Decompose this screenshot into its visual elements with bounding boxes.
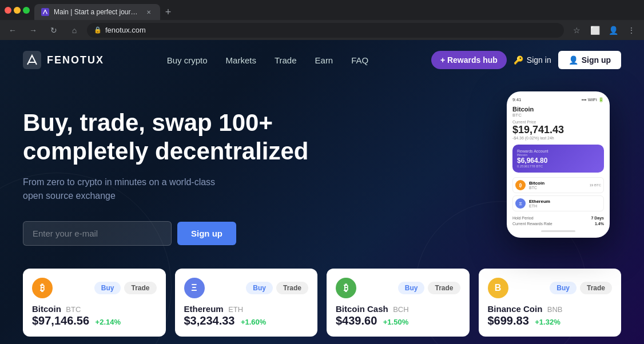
phone-rewards-label: Rewards Account <box>517 149 599 153</box>
rewards-rate-value: 1.4% <box>595 222 604 226</box>
bnb-coin-icon: B <box>488 278 508 298</box>
eth-trade-button[interactable]: Trade <box>276 282 308 294</box>
website-content: FENOTUX Buy crypto Markets Trade Earn FA… <box>0 40 644 344</box>
logo[interactable]: FENOTUX <box>23 51 104 69</box>
phone-coin-ticker: BTC <box>512 113 604 118</box>
reload-button[interactable]: ↻ <box>46 22 62 38</box>
eth-coin-name: Ethereum <box>184 304 224 314</box>
hero-content: Buy, trade, swap 100+ completely decentr… <box>23 97 404 246</box>
card-header-eth: Ξ Buy Trade <box>184 278 309 298</box>
bookmark-button[interactable]: ☆ <box>569 22 585 38</box>
btc-coin-icon: ₿ <box>32 278 53 298</box>
bnb-coin-name: Binance Coin <box>488 304 543 314</box>
hero-form: Sign up <box>23 221 404 246</box>
nav-markets[interactable]: Markets <box>226 55 256 65</box>
bch-coin-symbol: BCH <box>393 305 408 314</box>
tab-title: Main | Start a perfect journey <box>54 8 140 16</box>
crypto-card-eth: Ξ Buy Trade Ethereum ETH $3,234.33 +1.60… <box>175 269 318 337</box>
btc-asset-amount: 19 BTC <box>590 183 601 187</box>
card-header-bnb: B Buy Trade <box>488 278 613 298</box>
phone-coin-name: Bitcoin <box>512 106 604 113</box>
browser-chrome: Main | Start a perfect journey ✕ + ← → ↻… <box>0 0 644 40</box>
crypto-card-bnb: B Buy Trade Binance Coin BNB $699.83 +1.… <box>479 269 622 337</box>
tab-bar: Main | Start a perfect journey ✕ + <box>30 0 181 20</box>
hero-section: Buy, trade, swap 100+ completely decentr… <box>0 80 644 257</box>
phone-details: Hold Period 7 Days Current Rewards Rate … <box>512 216 604 226</box>
extensions-button[interactable]: ⬜ <box>587 22 603 38</box>
phone-mockup-area: 9:41 ▪▪▪ WiFi 🔋 Bitcoin BTC Current Pric… <box>404 97 621 257</box>
email-input[interactable] <box>23 221 172 246</box>
phone-content: Bitcoin BTC Current Price $19,741.43 -$4… <box>512 106 604 232</box>
tab-close-button[interactable]: ✕ <box>144 7 153 17</box>
btc-asset-icon: ₿ <box>515 180 526 190</box>
hero-signup-button[interactable]: Sign up <box>177 222 236 245</box>
phone-status-bar: 9:41 ▪▪▪ WiFi 🔋 <box>512 97 604 102</box>
back-button[interactable]: ← <box>5 22 21 38</box>
logo-text: FENOTUX <box>47 54 104 66</box>
phone-rewards-address: 0.25361778 BTC <box>517 165 599 168</box>
address-bar[interactable]: 🔒 fenotux.com <box>87 23 564 38</box>
hold-period-row: Hold Period 7 Days <box>512 216 604 220</box>
eth-coin-name-row: Ethereum ETH <box>184 304 309 314</box>
new-tab-button[interactable]: + <box>160 4 176 20</box>
eth-card-actions: Buy Trade <box>246 282 308 294</box>
profile-button[interactable]: 👤 <box>605 22 621 38</box>
signin-icon: 🔑 <box>514 55 523 65</box>
nav-buy-crypto[interactable]: Buy crypto <box>167 55 208 65</box>
maximize-window-button[interactable] <box>23 7 30 14</box>
phone-rewards-amount: $6,964.80 <box>517 157 599 165</box>
btc-coin-name-row: Bitcoin BTC <box>32 304 157 314</box>
bch-coin-price: $439.60 <box>336 314 377 327</box>
eth-coin-symbol: ETH <box>228 305 243 314</box>
bnb-coin-price: $699.83 <box>488 314 529 327</box>
btc-buy-button[interactable]: Buy <box>94 282 121 294</box>
phone-mockup: 9:41 ▪▪▪ WiFi 🔋 Bitcoin BTC Current Pric… <box>507 91 610 238</box>
menu-button[interactable]: ⋮ <box>623 22 639 38</box>
signup-button[interactable]: 👤 Sign up <box>558 51 621 69</box>
crypto-card-btc: ₿ Buy Trade Bitcoin BTC $97,146.56 +2.14… <box>23 269 166 337</box>
bnb-coin-name-row: Binance Coin BNB <box>488 304 613 314</box>
nav-faq[interactable]: FAQ <box>351 55 368 65</box>
navbar: FENOTUX Buy crypto Markets Trade Earn FA… <box>0 40 644 80</box>
bch-coin-name-row: Bitcoin Cash BCH <box>336 304 460 314</box>
forward-button[interactable]: → <box>25 22 41 38</box>
close-window-button[interactable] <box>5 7 11 14</box>
home-button[interactable]: ⌂ <box>66 22 82 38</box>
bch-trade-button[interactable]: Trade <box>428 282 460 294</box>
bnb-buy-button[interactable]: Buy <box>550 282 577 294</box>
btc-trade-button[interactable]: Trade <box>124 282 156 294</box>
eth-asset-icon: Ξ <box>515 198 526 209</box>
bch-buy-button[interactable]: Buy <box>398 282 425 294</box>
logo-icon <box>23 51 41 69</box>
eth-coin-icon: Ξ <box>184 278 205 298</box>
bnb-trade-button[interactable]: Trade <box>580 282 612 294</box>
bnb-coin-change: +1.32% <box>535 318 560 326</box>
svg-rect-1 <box>23 51 41 69</box>
rewards-hub-button[interactable]: + Rewards hub <box>431 51 507 69</box>
eth-coin-price: $3,234.33 <box>184 314 235 327</box>
crypto-section: ₿ Buy Trade Bitcoin BTC $97,146.56 +2.14… <box>0 269 644 344</box>
bnb-price-row: $699.83 +1.32% <box>488 314 613 327</box>
bch-coin-change: +1.50% <box>383 318 408 326</box>
hero-subtitle: From zero to crypto in minutes on a worl… <box>23 175 217 203</box>
rewards-rate-row: Current Rewards Rate 1.4% <box>512 222 604 226</box>
signup-label: Sign up <box>582 55 611 65</box>
bch-price-row: $439.60 +1.50% <box>336 314 460 327</box>
minimize-window-button[interactable] <box>14 7 21 14</box>
rewards-rate-label: Current Rewards Rate <box>512 222 552 226</box>
btc-asset-info: Bitcoin BTC <box>529 181 586 190</box>
nav-trade[interactable]: Trade <box>275 55 297 65</box>
phone-price-change: -$4.36 (0.02%) last 24h <box>512 136 604 140</box>
hold-period-value: 7 Days <box>591 216 604 220</box>
btc-asset-name: Bitcoin <box>529 181 586 186</box>
phone-time: 9:41 <box>512 97 522 102</box>
phone-btc-asset: ₿ Bitcoin BTC 19 BTC <box>512 177 604 193</box>
eth-coin-change: +1.60% <box>241 318 266 326</box>
eth-buy-button[interactable]: Buy <box>246 282 273 294</box>
phone-eth-asset: Ξ Ethereum ETH <box>512 195 604 211</box>
signin-button[interactable]: 🔑 Sign in <box>514 55 551 65</box>
nav-earn[interactable]: Earn <box>315 55 333 65</box>
crypto-card-bch: ₿ Buy Trade Bitcoin Cash BCH $439.60 +1.… <box>327 269 470 337</box>
active-tab[interactable]: Main | Start a perfect journey ✕ <box>34 4 160 20</box>
eth-price-row: $3,234.33 +1.60% <box>184 314 309 327</box>
